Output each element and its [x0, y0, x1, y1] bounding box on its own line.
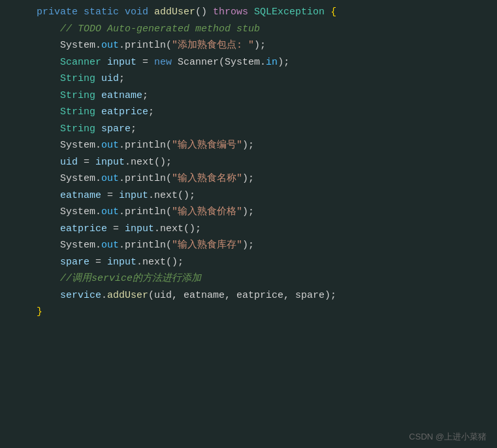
code-token: .next();: [148, 190, 195, 201]
code-token: );: [254, 40, 266, 51]
code-token: .next();: [136, 257, 184, 268]
code-token: String: [13, 90, 101, 101]
code-token: =: [107, 223, 125, 234]
code-line: String spare;: [13, 121, 497, 138]
code-line: String eatname;: [13, 88, 497, 104]
code-line: spare = input.next();: [13, 254, 497, 271]
code-line: private static void addUser() throws SQL…: [13, 4, 497, 21]
code-token: String: [13, 106, 101, 118]
code-token: System.: [13, 40, 101, 51]
code-line: System.out.println("输入熟食名称");: [13, 170, 497, 187]
code-token: eatprice: [101, 106, 148, 118]
code-token: out: [101, 240, 119, 251]
code-token: );: [242, 140, 254, 151]
code-token: out: [101, 40, 119, 51]
code-line: Scanner input = new Scanner(System.in);: [13, 54, 497, 71]
code-token: [13, 306, 37, 317]
code-token: =: [78, 157, 95, 168]
code-token: ;: [142, 90, 148, 101]
code-token: out: [101, 206, 119, 217]
code-editor: private static void addUser() throws SQL…: [0, 0, 497, 448]
code-token: ;: [148, 106, 154, 118]
code-line: System.out.println("输入熟食价格");: [13, 204, 497, 221]
code-token: "输入熟食价格": [172, 206, 242, 217]
code-block: private static void addUser() throws SQL…: [0, 0, 497, 325]
code-token: Scanner(System.: [172, 57, 266, 68]
code-token: );: [278, 57, 289, 68]
code-token: ;: [119, 73, 125, 84]
watermark: CSDN @上进小菜猪: [409, 431, 487, 443]
code-line: eatname = input.next();: [13, 187, 497, 204]
code-token: .next();: [154, 223, 201, 234]
code-line: System.out.println("添加熟食包点: ");: [13, 37, 497, 54]
code-token: eatname: [13, 190, 101, 201]
code-token: .println(: [119, 240, 172, 251]
code-token: addUser: [107, 290, 148, 301]
code-token: Scanner: [13, 57, 107, 68]
code-token: "输入熟食库存": [172, 240, 242, 251]
code-token: .println(: [119, 206, 172, 217]
code-token: eatname: [101, 90, 142, 101]
code-token: .println(: [119, 173, 172, 184]
code-line: String uid;: [13, 71, 497, 88]
code-token: in: [266, 57, 278, 68]
code-line: }: [13, 304, 497, 321]
code-token: System.: [13, 240, 101, 251]
code-token: .println(: [119, 40, 172, 51]
code-token: =: [136, 57, 154, 68]
code-token: .: [101, 290, 107, 301]
code-token: //调用service的方法进行添加: [13, 273, 201, 284]
code-token: "添加熟食包点: ": [172, 40, 254, 51]
code-token: );: [242, 173, 254, 184]
code-token: private static void: [13, 7, 154, 18]
code-token: out: [101, 173, 119, 184]
code-token: );: [242, 206, 254, 217]
code-token: =: [89, 257, 107, 268]
code-token: addUser: [154, 7, 195, 18]
code-line: String eatprice;: [13, 104, 497, 121]
code-token: spare: [101, 123, 131, 135]
code-token: "输入熟食编号": [172, 140, 242, 151]
code-line: System.out.println("输入熟食编号");: [13, 137, 497, 154]
code-token: spare: [13, 257, 89, 268]
code-token: (): [195, 7, 213, 18]
code-line: service.addUser(uid, eatname, eatprice, …: [13, 287, 497, 304]
code-line: System.out.println("输入熟食库存");: [13, 237, 497, 254]
code-token: service: [13, 290, 101, 301]
code-line: eatprice = input.next();: [13, 221, 497, 238]
code-token: {: [330, 7, 336, 18]
code-token: input: [95, 157, 125, 168]
code-token: "输入熟食名称": [172, 173, 242, 184]
code-line: //调用service的方法进行添加: [13, 270, 497, 287]
code-line: // TODO Auto-generated method stub: [13, 21, 497, 38]
code-token: new: [154, 57, 172, 68]
code-token: SQLException: [248, 7, 330, 18]
code-token: }: [37, 306, 42, 317]
code-token: .println(: [119, 140, 172, 151]
code-token: throws: [213, 7, 248, 18]
code-token: String: [13, 73, 101, 84]
code-token: ;: [131, 123, 136, 135]
code-token: System.: [13, 173, 101, 184]
code-token: out: [101, 140, 119, 151]
code-token: =: [101, 190, 119, 201]
code-token: String: [13, 123, 101, 135]
code-token: // TODO Auto-generated method stub: [13, 24, 260, 35]
code-token: uid: [101, 73, 119, 84]
code-token: );: [242, 240, 254, 251]
code-token: input: [107, 257, 136, 268]
code-token: .next();: [125, 157, 172, 168]
code-token: eatprice: [13, 223, 107, 234]
code-token: System.: [13, 206, 101, 217]
code-token: (uid, eatname, eatprice, spare);: [148, 290, 336, 301]
code-token: uid: [13, 157, 78, 168]
code-token: input: [119, 190, 148, 201]
code-token: input: [107, 57, 136, 68]
code-line: uid = input.next();: [13, 154, 497, 171]
code-token: System.: [13, 140, 101, 151]
code-token: input: [125, 223, 154, 234]
